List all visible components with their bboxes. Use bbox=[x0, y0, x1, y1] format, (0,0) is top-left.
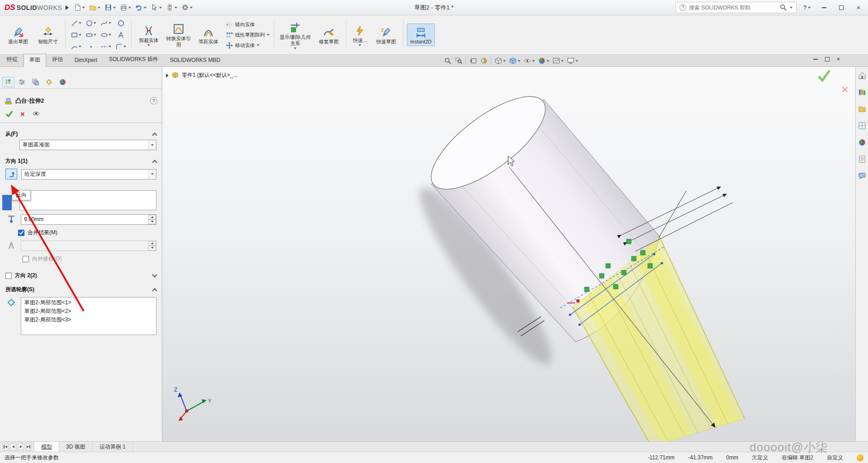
selected-contours-header[interactable]: 所选轮廓(S) bbox=[5, 286, 156, 293]
appearances-button[interactable] bbox=[857, 137, 867, 147]
move-entities-button[interactable]: 移动实体 bbox=[224, 41, 271, 50]
tab-features[interactable]: 特征 bbox=[1, 53, 24, 66]
quick-snaps-button[interactable]: 快速... bbox=[349, 22, 370, 47]
panel-help-button[interactable]: ? bbox=[150, 97, 157, 104]
polygon-tool-button[interactable] bbox=[113, 18, 128, 29]
tab-sketch[interactable]: 草图 bbox=[24, 54, 46, 67]
mirror-entities-button[interactable]: 镜向实体 bbox=[224, 20, 271, 29]
search-caret-icon[interactable] bbox=[790, 7, 793, 9]
configurationmanager-tab[interactable] bbox=[29, 77, 42, 87]
previous-view-button[interactable] bbox=[469, 57, 477, 65]
motion-study-tab[interactable]: 运动算例 1 bbox=[93, 442, 133, 452]
file-explorer-button[interactable] bbox=[857, 104, 867, 114]
search-bar[interactable]: ? bbox=[675, 2, 797, 13]
feature-tree-flyout[interactable]: 零件1 (默认<<默认>_... bbox=[166, 71, 238, 79]
direction1-section-header[interactable]: 方向 1(1) bbox=[5, 157, 156, 165]
restore-button[interactable] bbox=[835, 2, 848, 14]
point-tool-button[interactable] bbox=[84, 41, 98, 52]
model-3d[interactable]: Z Y bbox=[162, 67, 855, 441]
tab-evaluate[interactable]: 评估 bbox=[46, 53, 69, 66]
merge-result-checkbox[interactable] bbox=[18, 230, 24, 236]
cancel-button[interactable]: × bbox=[20, 110, 25, 118]
design-library-button[interactable] bbox=[857, 87, 867, 97]
new-document-button[interactable] bbox=[72, 2, 86, 13]
view-settings-button[interactable] bbox=[567, 57, 578, 65]
dimxpertmanager-tab[interactable] bbox=[43, 77, 55, 87]
search-input[interactable] bbox=[689, 5, 777, 11]
scroll-right-button[interactable] bbox=[18, 443, 24, 450]
dropdown-caret-icon[interactable] bbox=[148, 140, 156, 150]
rebuild-button[interactable] bbox=[165, 2, 179, 13]
trim-entities-button[interactable]: 剪裁实体 bbox=[135, 22, 163, 47]
text-tool-button[interactable] bbox=[113, 29, 128, 41]
spline-tool-button[interactable] bbox=[99, 18, 113, 29]
3d-views-tab[interactable]: 3D 视图 bbox=[59, 442, 93, 452]
depth-increment-button[interactable] bbox=[148, 215, 156, 220]
instant2d-button[interactable]: Instant2D bbox=[407, 24, 435, 46]
tab-solidworks-mbd[interactable]: SOLIDWORKS MBD bbox=[164, 55, 226, 66]
expand-arrow-icon[interactable] bbox=[166, 74, 169, 77]
undo-button[interactable] bbox=[134, 2, 148, 13]
rapid-sketch-button[interactable]: 快速草图 bbox=[372, 24, 400, 46]
centerline-tool-button[interactable] bbox=[99, 41, 113, 52]
ellipse-tool-button[interactable] bbox=[99, 29, 113, 41]
confirm-ok-button[interactable] bbox=[816, 68, 832, 85]
print-button[interactable] bbox=[118, 2, 132, 13]
globe-icon[interactable] bbox=[857, 454, 863, 461]
contour-list-item[interactable]: 草图2-局部范围<3> bbox=[21, 316, 156, 324]
linear-sketch-pattern-button[interactable]: 线性草图阵列 bbox=[224, 31, 271, 39]
draft-increment-button[interactable] bbox=[148, 241, 156, 246]
repair-sketch-button[interactable]: 修复草图 bbox=[315, 24, 343, 46]
contour-list-item[interactable]: 草图2-局部范围<2> bbox=[21, 307, 156, 316]
arc-tool-button[interactable] bbox=[69, 41, 83, 52]
line-tool-button[interactable] bbox=[69, 18, 83, 29]
display-style-button[interactable] bbox=[509, 57, 520, 65]
zoom-area-button[interactable] bbox=[455, 57, 462, 65]
circle-tool-button[interactable] bbox=[84, 18, 98, 29]
scroll-last-button[interactable] bbox=[25, 443, 32, 450]
customize-status[interactable]: 自定义 bbox=[827, 454, 843, 462]
ok-button[interactable] bbox=[5, 110, 13, 119]
slot-tool-button[interactable] bbox=[84, 29, 98, 41]
options-button[interactable] bbox=[180, 2, 194, 13]
minimize-button[interactable] bbox=[817, 2, 831, 14]
draft-outward-checkbox[interactable] bbox=[23, 256, 29, 262]
fillet-tool-button[interactable] bbox=[113, 41, 128, 52]
forum-button[interactable] bbox=[857, 171, 867, 181]
draft-angle-input[interactable] bbox=[21, 241, 156, 251]
custom-properties-button[interactable] bbox=[857, 154, 867, 164]
direction-reference-box[interactable] bbox=[19, 190, 156, 210]
hide-show-items-button[interactable] bbox=[524, 57, 535, 65]
confirm-cancel-button[interactable]: × bbox=[842, 83, 848, 96]
propertymanager-tab[interactable] bbox=[16, 77, 28, 87]
close-button[interactable]: × bbox=[852, 2, 865, 14]
preview-eye-button[interactable] bbox=[32, 109, 40, 119]
convert-entities-button[interactable]: 转换实体引用 bbox=[165, 20, 193, 49]
view-palette-button[interactable] bbox=[857, 121, 867, 131]
direction2-checkbox[interactable] bbox=[5, 273, 12, 279]
display-delete-relations-button[interactable]: 显示/删除几何关系 bbox=[278, 19, 313, 50]
zoom-fit-button[interactable] bbox=[444, 57, 452, 65]
save-button[interactable] bbox=[103, 2, 117, 13]
direction2-section-header[interactable]: 方向 2(2) bbox=[5, 272, 156, 279]
doc-minimize-icon[interactable] bbox=[813, 59, 818, 60]
end-condition-dropdown[interactable]: 给定深度 bbox=[21, 169, 156, 180]
exit-sketch-button[interactable]: 退出草图 bbox=[4, 24, 32, 46]
scroll-left-button[interactable] bbox=[10, 443, 16, 450]
view-orientation-button[interactable] bbox=[495, 57, 506, 65]
graphics-viewport[interactable]: Z Y 零件1 (默认<<默认>_... × bbox=[162, 67, 855, 441]
contour-list-item[interactable]: 草图2-局部范围<1> bbox=[21, 298, 156, 307]
displaymanager-tab[interactable] bbox=[57, 77, 69, 87]
resources-home-button[interactable] bbox=[857, 71, 867, 80]
from-dropdown[interactable]: 草图基准面 bbox=[19, 140, 156, 150]
doc-close-icon[interactable]: × bbox=[837, 56, 840, 62]
draft-decrement-button[interactable] bbox=[148, 246, 156, 250]
smart-dimension-button[interactable]: 智能尺寸 bbox=[34, 24, 62, 46]
help-button[interactable]: ? bbox=[800, 2, 814, 14]
offset-entities-button[interactable]: 等距实体 bbox=[194, 24, 222, 46]
selected-contours-list[interactable]: 草图2-局部范围<1> 草图2-局部范围<2> 草图2-局部范围<3> bbox=[21, 297, 156, 335]
reverse-direction-button[interactable] bbox=[5, 169, 17, 180]
draft-button[interactable] bbox=[5, 240, 17, 251]
rectangle-tool-button[interactable] bbox=[69, 29, 83, 41]
depth-decrement-button[interactable] bbox=[148, 219, 156, 224]
